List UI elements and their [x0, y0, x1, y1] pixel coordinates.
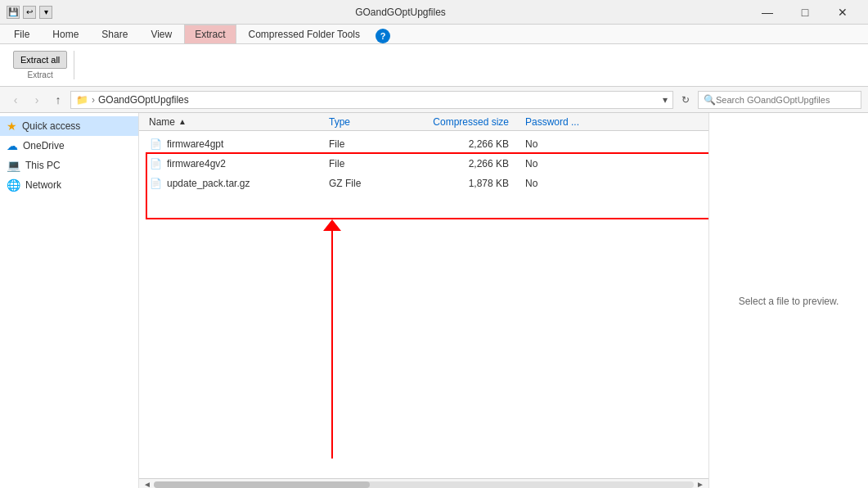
address-bar: ‹ › ↑ 📁 › GOandGOptUpgfiles ▾ ↻ 🔍: [0, 87, 868, 113]
maximize-button[interactable]: □: [786, 0, 824, 25]
network-icon: 🌐: [7, 178, 20, 192]
sort-arrow-icon: ▲: [178, 117, 187, 126]
close-button[interactable]: ✕: [824, 0, 861, 25]
sidebar-item-network[interactable]: 🌐 Network: [0, 175, 138, 195]
file-password: No: [525, 178, 607, 189]
main-layout: ★ Quick access ☁ OneDrive 💻 This PC 🌐 Ne…: [0, 113, 868, 488]
quick-access-toolbar: 💾 ↩ ▾: [7, 6, 52, 19]
sidebar: ★ Quick access ☁ OneDrive 💻 This PC 🌐 Ne…: [0, 113, 139, 488]
minimize-button[interactable]: —: [749, 0, 786, 25]
scrollbar-thumb[interactable]: [154, 481, 370, 488]
path-segment: GOandGOptUpgfiles: [98, 94, 189, 106]
scroll-left-button[interactable]: ◄: [141, 480, 154, 488]
path-dropdown-arrow[interactable]: ▾: [663, 94, 668, 106]
ribbon-group-label: Extract: [28, 70, 53, 79]
forward-button[interactable]: ›: [28, 91, 46, 109]
file-size: 2,266 KB: [427, 138, 525, 150]
file-list: 📄 firmware4gpt File 2,266 KB No 📄 firmwa…: [139, 131, 708, 478]
file-area: Name ▲ Type Compressed size Password ...…: [139, 113, 708, 488]
computer-icon: 💻: [7, 159, 20, 172]
file-icon: 📄: [149, 177, 162, 190]
help-button[interactable]: ?: [376, 29, 390, 43]
ribbon-group-extract: Extract all Extract: [7, 51, 74, 79]
file-password: No: [525, 158, 607, 169]
sidebar-item-quick-access[interactable]: ★ Quick access: [0, 116, 138, 136]
search-box: 🔍: [698, 91, 861, 109]
tab-extract[interactable]: Extract: [184, 25, 236, 44]
tab-compressed-folder-tools[interactable]: Compressed Folder Tools: [238, 25, 371, 43]
tab-view[interactable]: View: [140, 25, 182, 43]
column-compressed-size[interactable]: Compressed size: [427, 116, 525, 128]
dropdown-icon[interactable]: ▾: [39, 6, 52, 19]
table-row[interactable]: 📄 firmware4gv2 File 2,266 KB No: [139, 154, 708, 174]
sidebar-item-label: Quick access: [22, 120, 80, 132]
preview-panel: Select a file to preview.: [708, 113, 868, 488]
search-icon: 🔍: [704, 94, 716, 106]
file-icon: 📄: [149, 138, 162, 151]
file-size: 2,266 KB: [427, 158, 525, 169]
star-icon: ★: [7, 120, 17, 133]
scroll-right-button[interactable]: ►: [694, 480, 707, 488]
tab-share[interactable]: Share: [91, 25, 138, 43]
table-row[interactable]: 📄 firmware4gpt File 2,266 KB No: [139, 134, 708, 154]
breadcrumb[interactable]: 📁 › GOandGOptUpgfiles ▾: [70, 91, 673, 109]
tab-home[interactable]: Home: [42, 25, 89, 43]
ribbon-content: Extract all Extract: [0, 43, 868, 86]
sidebar-item-this-pc[interactable]: 💻 This PC: [0, 156, 138, 175]
back-button[interactable]: ‹: [7, 91, 25, 109]
up-button[interactable]: ↑: [49, 91, 67, 109]
sidebar-item-label: Network: [25, 179, 61, 191]
window-controls: — □ ✕: [749, 0, 861, 25]
sidebar-item-onedrive[interactable]: ☁ OneDrive: [0, 136, 138, 156]
file-password: No: [525, 138, 607, 150]
file-type: File: [329, 158, 427, 169]
file-name: firmware4gv2: [167, 158, 329, 169]
sidebar-item-label: OneDrive: [23, 140, 65, 151]
path-icon: 📁: [76, 94, 88, 106]
preview-text: Select a file to preview.: [739, 296, 839, 307]
save-icon[interactable]: 💾: [7, 6, 20, 19]
ribbon: File Home Share View Extract Compressed …: [0, 25, 868, 87]
file-icon: 📄: [149, 157, 162, 170]
table-row[interactable]: 📄 update_pack.tar.gz GZ File 1,878 KB No: [139, 174, 708, 193]
horizontal-scrollbar[interactable]: ◄ ►: [139, 478, 708, 488]
undo-icon[interactable]: ↩: [23, 6, 36, 19]
title-bar: 💾 ↩ ▾ GOandGOptUpgfiles — □ ✕: [0, 0, 868, 25]
column-headers: Name ▲ Type Compressed size Password ...: [139, 113, 708, 131]
sidebar-item-label: This PC: [25, 160, 61, 171]
scrollbar-track[interactable]: [154, 481, 694, 488]
file-name: firmware4gpt: [167, 138, 329, 150]
refresh-button[interactable]: ↻: [677, 91, 695, 109]
window-title: GOandGOptUpgfiles: [52, 7, 749, 18]
column-password[interactable]: Password ...: [525, 116, 607, 128]
file-type: File: [329, 138, 427, 150]
file-type: GZ File: [329, 178, 427, 189]
search-input[interactable]: [716, 95, 856, 105]
red-arrow: [331, 229, 333, 459]
cloud-icon: ☁: [7, 139, 18, 152]
ribbon-tabs: File Home Share View Extract Compressed …: [0, 25, 868, 43]
file-name: update_pack.tar.gz: [167, 178, 329, 189]
tab-file[interactable]: File: [3, 25, 40, 43]
file-size: 1,878 KB: [427, 178, 525, 189]
column-type[interactable]: Type: [329, 116, 427, 128]
extract-all-button[interactable]: Extract all: [13, 51, 67, 69]
column-name[interactable]: Name ▲: [149, 116, 329, 128]
